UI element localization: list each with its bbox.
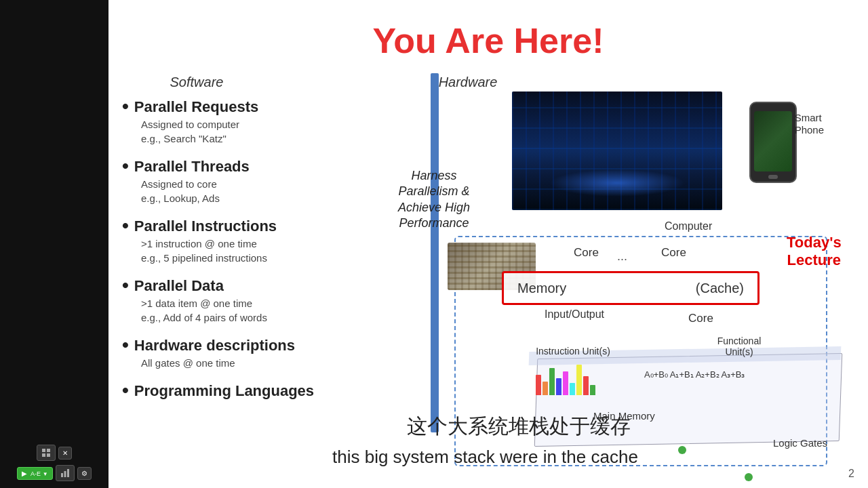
slide-container: You Are Here! Software Hardware •Paralle…	[108, 0, 868, 488]
toolbar-row-1: ✕	[37, 445, 72, 461]
math-equation: A₀+B₀ A₁+B₁ A₂+B₂ A₃+B₃	[644, 369, 745, 380]
green-dot-1	[678, 446, 686, 454]
svg-rect-2	[42, 453, 45, 457]
chart-btn[interactable]	[56, 465, 75, 481]
bar-chart	[536, 358, 597, 395]
core-label-1: Core	[574, 246, 599, 260]
cache-label: (Cache)	[696, 281, 744, 296]
computer-label: Computer	[665, 220, 712, 232]
bullet-item-5: •Hardware descriptions All gates @ one t…	[122, 337, 434, 370]
core-dots: ...	[617, 249, 627, 264]
settings-btn[interactable]: ⚙	[77, 467, 92, 480]
memory-label: Memory	[517, 281, 566, 296]
bullet-list: •Parallel Requests Assigned to computere…	[122, 98, 434, 412]
core-label-2: Core	[661, 246, 686, 260]
memory-cache-box: Memory (Cache)	[502, 271, 760, 305]
green-dot-2	[745, 473, 753, 481]
svg-rect-0	[42, 449, 45, 452]
hardware-label: Hardware	[434, 75, 502, 90]
svg-rect-1	[47, 449, 50, 452]
svg-rect-3	[47, 453, 50, 457]
left-panel: ✕ ▶ A-E ▼ ⚙	[0, 0, 108, 488]
datacenter-image	[512, 92, 722, 210]
slide-number: 2	[848, 468, 854, 480]
svg-rect-5	[64, 471, 66, 477]
software-label: Software	[129, 75, 264, 90]
subtitle-chinese: 这个大系统堆栈处于缓存	[407, 413, 631, 441]
functional-unit-label: Functional Unit(s)	[702, 336, 776, 357]
smartphone: Smart Phone	[749, 102, 804, 190]
toolbar-row-2: ▶ A-E ▼ ⚙	[17, 465, 92, 481]
bullet-item-1: •Parallel Requests Assigned to computere…	[122, 98, 434, 146]
svg-rect-6	[67, 469, 69, 477]
instruction-unit-label: Instruction Unit(s)	[532, 346, 614, 357]
svg-rect-4	[61, 473, 63, 477]
slide-title: You Are Here!	[108, 20, 868, 61]
middle-italic-text: Harness Parallelism & Achieve High Perfo…	[380, 168, 488, 232]
subtitle-english: this big system stack were in the cache	[332, 447, 638, 468]
play-button[interactable]: ▶ A-E ▼	[17, 467, 53, 480]
smartphone-label: Smart Phone	[795, 112, 824, 136]
bullet-item-6: •Programming Languages	[122, 382, 434, 400]
bullet-item-4: •Parallel Data >1 data item @ one timee.…	[122, 277, 434, 325]
toolbar-btn-close[interactable]: ✕	[58, 447, 72, 460]
todays-lecture-label: Today's Lecture	[787, 234, 842, 270]
toolbar-btn-1[interactable]	[37, 445, 56, 461]
logic-gates-label: Logic Gates	[773, 437, 827, 449]
